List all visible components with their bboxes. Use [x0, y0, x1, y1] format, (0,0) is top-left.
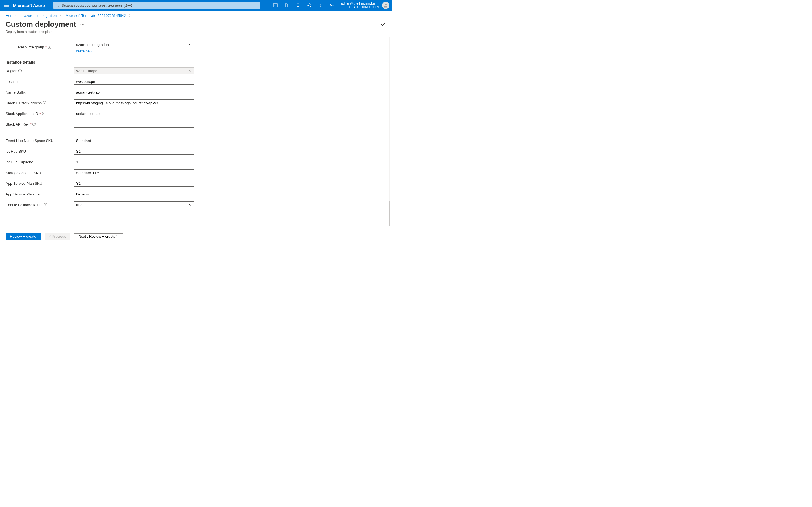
cloud-shell-icon[interactable]: [270, 0, 281, 11]
next-button[interactable]: Next : Review + create >: [74, 233, 123, 240]
breadcrumb: Home 〉 azure-iot-integration 〉 Microsoft…: [0, 11, 392, 20]
storage-sku-input[interactable]: [73, 169, 194, 176]
label-plan-sku: App Service Plan SKU: [6, 181, 42, 186]
label-name-suffix: Name Suffix: [6, 90, 26, 94]
search-icon: [56, 3, 59, 7]
menu-button[interactable]: [0, 0, 13, 11]
info-icon[interactable]: i: [48, 46, 51, 49]
info-icon[interactable]: i: [44, 203, 47, 207]
chevron-down-icon: [189, 43, 192, 46]
brand-logo[interactable]: Microsoft Azure: [13, 3, 45, 8]
section-instance-details: Instance details: [6, 60, 386, 64]
label-resource-group: Resource group: [18, 45, 44, 49]
stack-app-id-input[interactable]: [73, 110, 194, 117]
label-iothub-capacity: Iot Hub Capacity: [6, 160, 33, 164]
more-button[interactable]: ⋯: [80, 22, 85, 27]
region-dropdown: West Europe: [73, 67, 194, 74]
previous-button: < Previous: [45, 233, 70, 240]
label-plan-tier: App Service Plan Tier: [6, 192, 41, 196]
stack-api-key-input[interactable]: [73, 121, 194, 128]
directories-icon[interactable]: [281, 0, 292, 11]
help-icon[interactable]: [315, 0, 326, 11]
account-email: adrian@thethingsindust…: [341, 2, 380, 5]
scrollbar[interactable]: [389, 37, 391, 226]
label-stack-api-key: Stack API Key: [6, 122, 29, 126]
close-button[interactable]: [380, 23, 385, 29]
chevron-down-icon: [189, 69, 192, 72]
fallback-dropdown[interactable]: true: [73, 202, 194, 208]
label-location: Location: [6, 79, 19, 83]
settings-icon[interactable]: [304, 0, 315, 11]
info-icon[interactable]: i: [42, 112, 45, 115]
svg-point-7: [331, 4, 332, 5]
search-box[interactable]: [53, 2, 260, 9]
iothub-sku-input[interactable]: [73, 148, 194, 155]
page-title: Custom deployment: [6, 20, 76, 29]
label-storage-sku: Storage Account SKU: [6, 171, 41, 175]
breadcrumb-template[interactable]: Microsoft.Template-20210726145642: [65, 13, 126, 18]
name-suffix-input[interactable]: [73, 89, 194, 96]
breadcrumb-rg[interactable]: azure-iot-integration: [24, 13, 57, 18]
resource-group-dropdown[interactable]: azure-iot-integration: [73, 41, 194, 48]
label-region: Region: [6, 69, 17, 73]
iothub-capacity-input[interactable]: [73, 159, 194, 165]
notifications-icon[interactable]: [292, 0, 304, 11]
svg-line-4: [58, 6, 59, 7]
page-subtitle: Deploy from a custom template: [0, 30, 392, 36]
info-icon[interactable]: i: [18, 69, 22, 72]
stack-cluster-input[interactable]: [73, 100, 194, 106]
review-create-button[interactable]: Review + create: [6, 233, 41, 240]
label-stack-app-id: Stack Application ID: [6, 112, 38, 116]
chevron-right-icon: 〉: [59, 13, 63, 18]
create-new-link[interactable]: Create new: [73, 49, 92, 53]
info-icon[interactable]: i: [43, 101, 46, 105]
location-input[interactable]: [73, 78, 194, 85]
account-directory: DEFAULT DIRECTORY: [341, 5, 380, 9]
info-icon[interactable]: i: [33, 122, 36, 126]
label-eventhub-sku: Event Hub Name Space SKU: [6, 138, 54, 143]
svg-point-3: [56, 4, 58, 6]
plan-sku-input[interactable]: [73, 180, 194, 187]
breadcrumb-home[interactable]: Home: [6, 13, 15, 18]
chevron-down-icon: [189, 203, 192, 206]
chevron-right-icon: 〉: [18, 13, 21, 18]
account-menu[interactable]: adrian@thethingsindust… DEFAULT DIRECTOR…: [338, 0, 392, 11]
label-iothub-sku: Iot Hub SKU: [6, 149, 26, 154]
label-fallback: Enable Fallback Route: [6, 203, 43, 207]
svg-point-6: [308, 5, 310, 6]
label-stack-cluster: Stack Cluster Address: [6, 101, 42, 105]
svg-point-8: [385, 4, 387, 5]
avatar: [382, 2, 389, 9]
feedback-icon[interactable]: [326, 0, 338, 11]
chevron-right-icon: 〉: [129, 13, 132, 18]
search-input[interactable]: [61, 3, 258, 8]
plan-tier-input[interactable]: [73, 191, 194, 198]
eventhub-sku-input[interactable]: [73, 137, 194, 144]
